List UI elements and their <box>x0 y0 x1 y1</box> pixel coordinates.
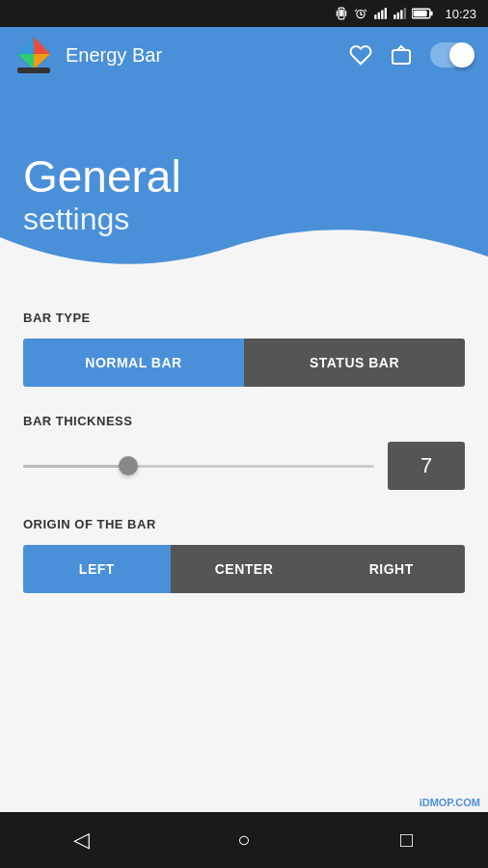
slider-track <box>23 465 374 468</box>
origin-label: ORIGIN OF THE BAR <box>23 517 465 531</box>
app-title: Energy Bar <box>66 44 349 67</box>
app-bar: Energy Bar <box>0 27 488 83</box>
thickness-value: 7 <box>420 453 432 478</box>
battery-icon <box>412 8 433 19</box>
svg-rect-19 <box>414 11 427 16</box>
bar-type-group: NORMAL BAR STATUS BAR <box>23 339 465 387</box>
thickness-slider[interactable] <box>23 448 374 483</box>
svg-marker-23 <box>17 54 34 69</box>
hero-wave <box>0 208 488 285</box>
thickness-slider-row: 7 <box>23 442 465 490</box>
svg-line-7 <box>356 10 358 12</box>
slider-thumb[interactable] <box>119 456 138 475</box>
enable-toggle[interactable] <box>430 42 474 68</box>
slider-fill <box>23 465 128 468</box>
svg-rect-10 <box>378 13 380 19</box>
back-button[interactable]: ◁ <box>62 821 100 859</box>
svg-line-8 <box>366 10 367 12</box>
signal-icon <box>373 7 387 20</box>
main-content: BAR TYPE NORMAL BAR STATUS BAR BAR THICK… <box>0 285 488 641</box>
alarm-icon <box>354 7 367 20</box>
origin-section: ORIGIN OF THE BAR LEFT CENTER RIGHT <box>23 517 465 593</box>
svg-rect-13 <box>394 14 396 19</box>
origin-group: LEFT CENTER RIGHT <box>23 545 465 593</box>
svg-rect-9 <box>375 14 377 19</box>
svg-rect-2 <box>337 11 338 16</box>
svg-rect-1 <box>340 10 344 16</box>
svg-rect-3 <box>346 11 347 16</box>
hero-section: General settings <box>0 83 488 285</box>
center-button[interactable]: CENTER <box>171 545 318 593</box>
shop-icon[interactable] <box>390 43 413 67</box>
signal2-icon <box>393 7 406 20</box>
home-button[interactable]: ○ <box>225 821 263 859</box>
thickness-value-box: 7 <box>388 442 465 490</box>
svg-marker-24 <box>34 54 50 69</box>
left-button[interactable]: LEFT <box>23 545 171 593</box>
watermark: iDMOP.COM <box>420 797 480 808</box>
status-time: 10:23 <box>445 7 476 21</box>
normal-bar-button[interactable]: NORMAL BAR <box>23 339 244 387</box>
status-bar-button[interactable]: STATUS BAR <box>244 339 465 387</box>
toggle-knob <box>449 42 474 68</box>
right-button[interactable]: RIGHT <box>317 545 465 593</box>
app-bar-actions <box>349 42 474 68</box>
bottom-nav-bar: ◁ ○ □ <box>0 812 488 868</box>
hero-title: General <box>23 152 181 202</box>
svg-rect-18 <box>431 12 433 16</box>
app-logo <box>14 35 54 75</box>
status-icons: 10:23 <box>335 7 476 21</box>
svg-rect-11 <box>382 11 384 19</box>
svg-rect-25 <box>17 68 50 73</box>
recent-button[interactable]: □ <box>388 821 426 859</box>
status-bar: 10:23 <box>0 0 488 27</box>
svg-rect-15 <box>401 11 403 19</box>
bar-type-label: BAR TYPE <box>23 311 465 325</box>
svg-marker-21 <box>34 37 50 54</box>
svg-rect-14 <box>397 13 399 19</box>
svg-marker-22 <box>17 37 34 54</box>
svg-rect-26 <box>393 50 410 64</box>
bar-thickness-section: BAR THICKNESS 7 <box>23 414 465 490</box>
vibrate-icon <box>335 7 348 20</box>
bar-thickness-label: BAR THICKNESS <box>23 414 465 428</box>
svg-rect-12 <box>385 8 387 19</box>
svg-rect-16 <box>404 8 406 19</box>
bar-type-section: BAR TYPE NORMAL BAR STATUS BAR <box>23 311 465 387</box>
heart-icon[interactable] <box>349 43 372 67</box>
